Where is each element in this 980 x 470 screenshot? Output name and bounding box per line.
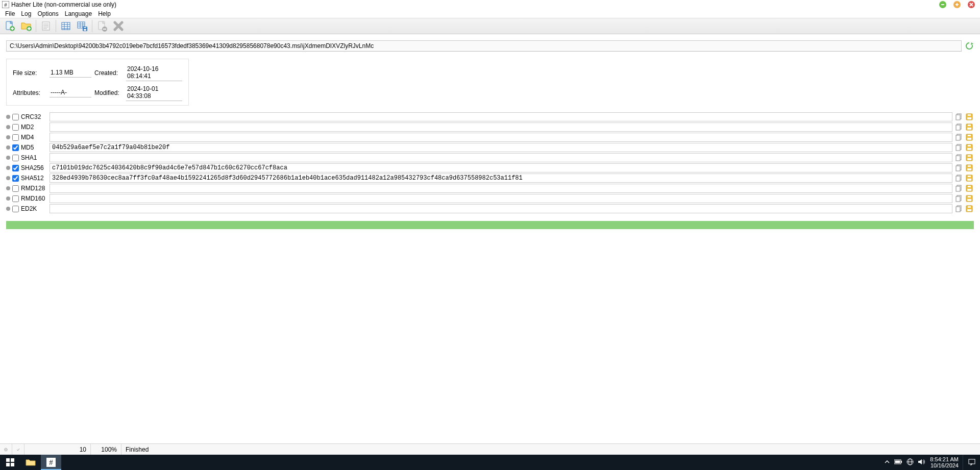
svg-rect-32 — [84, 29, 86, 31]
algo-checkbox-ed2k[interactable] — [12, 206, 19, 212]
algo-checkbox-md5[interactable] — [12, 144, 19, 151]
taskbar-hasher[interactable]: # — [41, 455, 61, 470]
svg-line-97 — [5, 448, 5, 449]
attributes-value: -----A- — [50, 88, 91, 97]
save-icon[interactable] — [965, 205, 974, 213]
view-text-button[interactable] — [38, 19, 54, 33]
copy-icon[interactable] — [954, 154, 964, 162]
save-icon[interactable] — [965, 194, 974, 203]
svg-rect-65 — [968, 155, 971, 157]
save-icon[interactable] — [965, 184, 974, 192]
svg-rect-89 — [967, 209, 971, 211]
hash-value-ed2k[interactable] — [50, 204, 952, 213]
hash-value-rmd128[interactable] — [50, 184, 952, 193]
indicator-icon — [6, 196, 10, 201]
save-icon[interactable] — [965, 123, 974, 131]
created-label: Created: — [94, 69, 123, 77]
hash-value-crc32[interactable] — [50, 112, 952, 121]
hash-value-sha512[interactable] — [50, 174, 952, 183]
tray-clock[interactable]: 8:54:21 AM 10/16/2024 — [930, 456, 959, 468]
hash-row-rmd160: RMD160 — [6, 193, 974, 204]
copy-icon[interactable] — [954, 174, 964, 182]
grid-save-button[interactable] — [75, 19, 90, 33]
status-check-icon[interactable] — [12, 444, 24, 455]
copy-icon[interactable] — [954, 164, 964, 172]
copy-icon[interactable] — [954, 184, 964, 192]
notifications-button[interactable] — [963, 455, 980, 470]
menu-help[interactable]: Help — [95, 10, 114, 17]
modified-value: 2024-10-01 04:33:08 — [126, 84, 182, 101]
tray-network-icon[interactable] — [906, 458, 914, 466]
algo-checkbox-sha1[interactable] — [12, 155, 19, 161]
svg-rect-57 — [956, 145, 960, 151]
refresh-button[interactable] — [965, 41, 974, 51]
svg-rect-15 — [42, 22, 50, 30]
grid-button[interactable] — [58, 19, 74, 33]
toolbar-separator — [92, 20, 92, 32]
menu-bar: File Log Options Language Help — [0, 9, 980, 18]
tray-chevron-up-icon[interactable] — [884, 459, 890, 466]
svg-rect-33 — [84, 27, 86, 28]
svg-rect-59 — [967, 148, 971, 150]
save-icon[interactable] — [965, 164, 974, 172]
hash-value-md5[interactable] — [50, 143, 952, 152]
svg-marker-113 — [918, 459, 922, 464]
status-gear-icon[interactable] — [0, 444, 12, 455]
svg-rect-84 — [967, 199, 971, 201]
svg-rect-70 — [968, 165, 971, 167]
save-icon[interactable] — [965, 174, 974, 182]
algo-checkbox-sha256[interactable] — [12, 165, 19, 171]
hash-row-rmd128: RMD128 — [6, 183, 974, 193]
copy-icon[interactable] — [954, 113, 964, 121]
menu-file[interactable]: File — [2, 10, 18, 17]
tray-battery-icon[interactable] — [894, 459, 902, 465]
hash-value-md2[interactable] — [50, 122, 952, 132]
indicator-icon — [6, 166, 10, 170]
algo-checkbox-crc32[interactable] — [12, 114, 19, 120]
menu-language[interactable]: Language — [62, 10, 95, 17]
copy-icon[interactable] — [954, 205, 964, 213]
algo-checkbox-md4[interactable] — [12, 134, 19, 141]
copy-icon[interactable] — [954, 123, 964, 131]
svg-rect-60 — [968, 145, 971, 146]
filesize-value: 1.13 MB — [50, 68, 91, 78]
menu-log[interactable]: Log — [18, 10, 34, 17]
minimize-button[interactable] — [939, 1, 946, 8]
toolbar — [0, 18, 980, 34]
hash-value-md4[interactable] — [50, 133, 952, 142]
save-icon[interactable] — [965, 154, 974, 162]
save-icon[interactable] — [965, 143, 974, 152]
tray-time: 8:54:21 AM — [930, 456, 959, 462]
path-input[interactable] — [6, 40, 962, 52]
maximize-button[interactable] — [953, 1, 961, 8]
svg-rect-69 — [967, 168, 971, 170]
algo-checkbox-md2[interactable] — [12, 124, 19, 131]
remove-file-button[interactable] — [94, 19, 110, 33]
svg-rect-45 — [968, 114, 971, 116]
copy-icon[interactable] — [954, 194, 964, 203]
tray-volume-icon[interactable] — [918, 458, 925, 466]
taskbar-explorer[interactable] — [20, 455, 41, 470]
hash-row-sha1: SHA1 — [6, 153, 974, 163]
copy-icon[interactable] — [954, 143, 964, 152]
copy-icon[interactable] — [954, 133, 964, 141]
hash-value-sha1[interactable] — [50, 153, 952, 162]
hash-value-sha256[interactable] — [50, 163, 952, 172]
close-button[interactable] — [968, 1, 975, 8]
add-folder-button[interactable] — [18, 19, 34, 33]
algo-label: SHA256 — [21, 164, 50, 171]
save-icon[interactable] — [965, 133, 974, 141]
start-button[interactable] — [0, 455, 20, 470]
svg-rect-82 — [956, 196, 960, 202]
content-area: File size: 1.13 MB Created: 2024-10-16 0… — [0, 34, 980, 235]
algo-checkbox-sha512[interactable] — [12, 175, 19, 182]
menu-options[interactable]: Options — [34, 10, 61, 17]
cancel-button[interactable] — [111, 19, 126, 33]
add-file-button[interactable] — [2, 19, 17, 33]
svg-rect-87 — [956, 207, 960, 212]
hash-value-rmd160[interactable] — [50, 194, 952, 203]
algo-checkbox-rmd160[interactable] — [12, 195, 19, 202]
svg-rect-62 — [956, 156, 960, 161]
algo-checkbox-rmd128[interactable] — [12, 185, 19, 192]
save-icon[interactable] — [965, 113, 974, 121]
